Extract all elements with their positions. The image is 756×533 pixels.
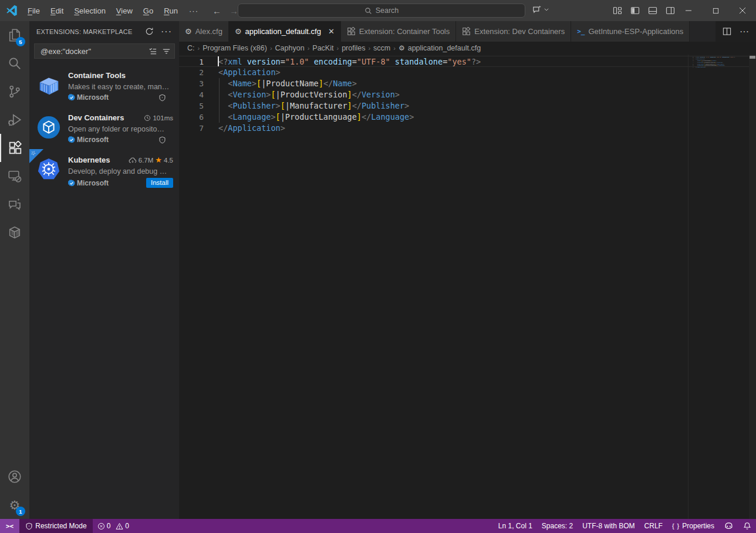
close-tab-icon[interactable]: ✕: [328, 27, 335, 36]
toggle-secondary-sidebar-icon[interactable]: [666, 6, 675, 15]
tab-extension-dev-containers[interactable]: Extension: Dev Containers: [456, 21, 571, 42]
verified-publisher-icon: [68, 136, 75, 143]
activity-item-search[interactable]: [0, 49, 29, 77]
menu-view[interactable]: View: [111, 4, 138, 18]
code-text: <Language>[|ProductLanguage]</Language>: [204, 112, 414, 123]
tab-alex-cfg[interactable]: ⚙Alex.cfg: [179, 21, 229, 42]
menu-selection[interactable]: Selection: [69, 4, 110, 18]
stat-cloud: 6.7M: [139, 157, 154, 164]
filter-icon[interactable]: [162, 47, 171, 56]
activity-item-chat[interactable]: [0, 190, 29, 218]
activity-item-run-and-debug[interactable]: [0, 106, 29, 134]
code-line-2[interactable]: 2<Application>: [179, 67, 756, 78]
breadcrumb-item[interactable]: Program Files (x86): [203, 44, 267, 52]
code-editor[interactable]: 1<?xml version="1.0" encoding="UTF-8" st…: [179, 55, 756, 519]
extension-card-dev-containers[interactable]: Dev Containers101msOpen any folder or re…: [29, 107, 179, 149]
extension-stats: 101ms: [144, 114, 173, 122]
status-indentation[interactable]: Spaces: 2: [537, 519, 578, 533]
more-actions-icon[interactable]: ···: [161, 26, 172, 37]
minimap[interactable]: 1<?xml version="1.0" encoding="UTF-8" st…: [688, 55, 747, 519]
activity-item-remote-explorer[interactable]: [0, 162, 29, 190]
tab-application-default-cfg[interactable]: ⚙application_default.cfg✕: [229, 21, 341, 42]
breadcrumb-item[interactable]: Caphyon: [275, 44, 305, 52]
shield-icon: [25, 522, 33, 530]
status-restricted-mode[interactable]: Restricted Mode: [19, 519, 92, 533]
close-button[interactable]: [729, 0, 756, 21]
activity-item-accounts[interactable]: [0, 463, 29, 491]
status-language-mode[interactable]: { }Properties: [667, 519, 719, 533]
extension-card-kubernetes[interactable]: ☆Kubernetes6.7M★4.5Develop, deploy and d…: [29, 149, 179, 191]
extensions-file-icon: [347, 27, 356, 36]
nav-forward-icon[interactable]: →: [230, 6, 238, 16]
publisher-name: Microsoft: [77, 136, 109, 144]
code-line-5[interactable]: 5 <Publisher>[|Manufacturer]</Publisher>: [179, 100, 756, 112]
breadcrumb-item[interactable]: sccm: [373, 44, 390, 52]
status-copilot[interactable]: [719, 519, 738, 533]
extension-actions: Install: [146, 178, 173, 188]
editor-more-actions-icon[interactable]: ···: [740, 26, 749, 37]
menu-edit[interactable]: Edit: [45, 4, 69, 18]
breadcrumb-item[interactable]: C:: [187, 44, 195, 52]
line-number: 5: [179, 100, 204, 112]
extension-card-container-tools[interactable]: Container ToolsMakes it easy to create, …: [29, 65, 179, 107]
code-text: <Name>[|ProductName]</Name>: [204, 78, 357, 89]
filter-checklist-icon[interactable]: [148, 47, 157, 56]
toggle-panel-icon[interactable]: [648, 6, 657, 15]
toggle-primary-sidebar-icon[interactable]: [630, 6, 640, 15]
extension-footer-row: MicrosoftInstall: [68, 178, 173, 188]
tab-label: Extension: Dev Containers: [474, 27, 565, 36]
refresh-icon[interactable]: [145, 27, 154, 36]
breadcrumb-item[interactable]: application_default.cfg: [408, 44, 481, 52]
extensions-file-icon: [462, 27, 471, 36]
status-cursor-position[interactable]: Ln 1, Col 1: [494, 519, 537, 533]
code-text: <?xml version="1.0" encoding="UTF-8" sta…: [204, 56, 481, 66]
code-line-4[interactable]: 4 <Version>[|ProductVersion]</Version>: [179, 89, 756, 100]
menu-file[interactable]: File: [22, 4, 45, 18]
copilot-menu-button[interactable]: [532, 4, 549, 15]
tab-actions: ···: [716, 21, 756, 42]
code-line-7[interactable]: 7</Application>: [179, 123, 756, 134]
shield-action-icon[interactable]: [158, 94, 166, 102]
source-control-icon: [8, 85, 22, 99]
nav-back-icon[interactable]: ←: [212, 6, 221, 16]
breadcrumb[interactable]: C:›Program Files (x86)›Caphyon›PacKit›pr…: [179, 42, 756, 55]
minimize-button[interactable]: [675, 0, 702, 21]
customize-layout-icon[interactable]: [613, 6, 622, 15]
activity-item-extensions[interactable]: [0, 134, 29, 162]
command-center-search[interactable]: Search: [238, 4, 525, 18]
breadcrumb-item[interactable]: profiles: [342, 44, 365, 52]
maximize-button[interactable]: [702, 0, 729, 21]
activity-item-source-control[interactable]: [0, 77, 29, 106]
activity-item-containers[interactable]: [0, 218, 29, 247]
activity-item-explorer[interactable]: 5: [0, 21, 29, 49]
overview-ruler[interactable]: [749, 55, 756, 519]
dev-containers-icon: [36, 115, 61, 140]
status-encoding[interactable]: UTF-8 with BOM: [578, 519, 639, 533]
code-text: <Version>[|ProductVersion]</Version>: [204, 89, 400, 100]
extension-body: Kubernetes6.7M★4.5Develop, deploy and de…: [68, 155, 173, 191]
publisher-name: Microsoft: [77, 179, 109, 187]
code-line-6[interactable]: 6 <Language>[|ProductLanguage]</Language…: [179, 112, 756, 123]
activity-item-settings[interactable]: ⚙1: [0, 491, 29, 519]
status-eol[interactable]: CRLF: [640, 519, 667, 533]
install-button[interactable]: Install: [146, 178, 173, 188]
status-problems[interactable]: 00: [93, 519, 137, 533]
breadcrumb-item[interactable]: PacKit: [312, 44, 333, 52]
extensions-search-input[interactable]: @exe:"docker": [34, 43, 175, 59]
title-bar: FileEditSelectionViewGoRun ··· ← → Searc…: [0, 0, 756, 21]
tab-extension-container-tools[interactable]: Extension: Container Tools: [341, 21, 456, 42]
status-remote-indicator[interactable]: ><: [0, 519, 19, 533]
shield-action-icon[interactable]: [158, 136, 166, 144]
code-line-3[interactable]: 3 <Name>[|ProductName]</Name>: [179, 78, 756, 89]
code-line-7[interactable]: 7</Application>: [690, 66, 748, 68]
tab-getintune-esp-applications[interactable]: >_GetIntune-ESP-Applications: [571, 21, 690, 42]
split-editor-icon[interactable]: [723, 27, 731, 36]
code-line-1[interactable]: 1<?xml version="1.0" encoding="UTF-8" st…: [179, 56, 756, 67]
status-notifications[interactable]: [738, 519, 756, 533]
menu-run[interactable]: Run: [158, 4, 183, 18]
activity-badge: 1: [16, 507, 25, 516]
menu-overflow-button[interactable]: ···: [183, 4, 204, 18]
breadcrumb-separator-icon: ›: [306, 45, 311, 52]
menu-go[interactable]: Go: [138, 4, 158, 18]
extension-name: Dev Containers: [68, 113, 144, 122]
